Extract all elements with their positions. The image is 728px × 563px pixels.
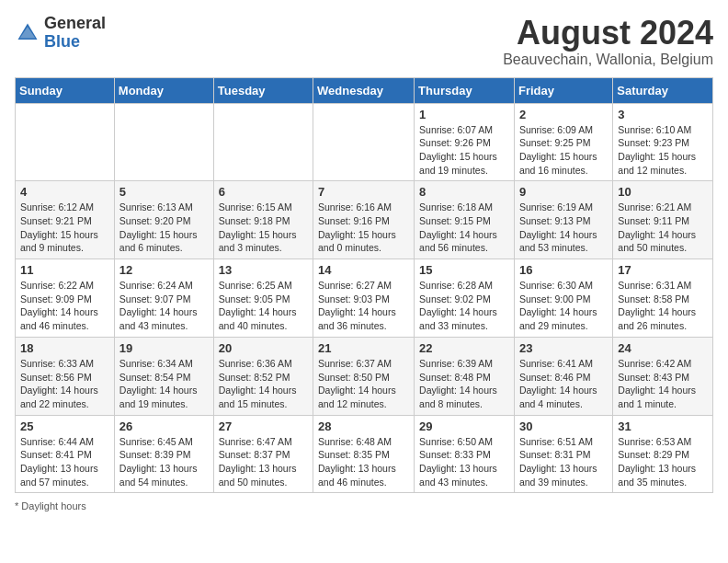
- calendar-week-row: 25Sunrise: 6:44 AMSunset: 8:41 PMDayligh…: [16, 415, 713, 493]
- day-number: 31: [618, 419, 708, 433]
- calendar-cell: 31Sunrise: 6:53 AMSunset: 8:29 PMDayligh…: [613, 415, 713, 493]
- day-number: 20: [219, 341, 308, 355]
- day-number: 28: [318, 419, 409, 433]
- day-info: Sunrise: 6:45 AMSunset: 8:39 PMDaylight:…: [119, 435, 209, 489]
- calendar-week-row: 18Sunrise: 6:33 AMSunset: 8:56 PMDayligh…: [16, 337, 713, 415]
- day-info: Sunrise: 6:39 AMSunset: 8:48 PMDaylight:…: [419, 357, 509, 411]
- day-info: Sunrise: 6:28 AMSunset: 9:02 PMDaylight:…: [419, 279, 509, 333]
- day-info: Sunrise: 6:48 AMSunset: 8:35 PMDaylight:…: [318, 435, 409, 489]
- day-number: 14: [318, 263, 409, 277]
- day-info: Sunrise: 6:44 AMSunset: 8:41 PMDaylight:…: [20, 435, 109, 489]
- day-info: Sunrise: 6:15 AMSunset: 9:18 PMDaylight:…: [219, 201, 308, 255]
- day-number: 21: [318, 341, 409, 355]
- day-info: Sunrise: 6:36 AMSunset: 8:52 PMDaylight:…: [219, 357, 308, 411]
- calendar-cell: 20Sunrise: 6:36 AMSunset: 8:52 PMDayligh…: [213, 337, 313, 415]
- day-number: 26: [119, 419, 209, 433]
- day-info: Sunrise: 6:16 AMSunset: 9:16 PMDaylight:…: [318, 201, 409, 255]
- calendar-cell: 25Sunrise: 6:44 AMSunset: 8:41 PMDayligh…: [16, 415, 115, 493]
- calendar-cell: 11Sunrise: 6:22 AMSunset: 9:09 PMDayligh…: [16, 259, 115, 338]
- logo-general: General: [44, 14, 106, 32]
- day-info: Sunrise: 6:51 AMSunset: 8:31 PMDaylight:…: [519, 435, 608, 489]
- calendar: SundayMondayTuesdayWednesdayThursdayFrid…: [15, 77, 713, 494]
- day-info: Sunrise: 6:07 AMSunset: 9:26 PMDaylight:…: [419, 123, 509, 178]
- day-info: Sunrise: 6:24 AMSunset: 9:07 PMDaylight:…: [119, 279, 209, 333]
- calendar-day-header: Sunday: [16, 77, 115, 103]
- day-number: 18: [20, 341, 109, 355]
- day-info: Sunrise: 6:33 AMSunset: 8:56 PMDaylight:…: [20, 357, 109, 411]
- calendar-cell: 21Sunrise: 6:37 AMSunset: 8:50 PMDayligh…: [313, 337, 415, 415]
- day-info: Sunrise: 6:10 AMSunset: 9:23 PMDaylight:…: [618, 123, 708, 178]
- calendar-cell: 5Sunrise: 6:13 AMSunset: 9:20 PMDaylight…: [114, 181, 213, 259]
- calendar-day-header: Wednesday: [313, 77, 415, 103]
- calendar-cell: 29Sunrise: 6:50 AMSunset: 8:33 PMDayligh…: [415, 415, 515, 493]
- day-info: Sunrise: 6:53 AMSunset: 8:29 PMDaylight:…: [618, 435, 708, 489]
- day-number: 24: [618, 341, 708, 355]
- calendar-cell: 7Sunrise: 6:16 AMSunset: 9:16 PMDaylight…: [313, 181, 415, 259]
- day-info: Sunrise: 6:21 AMSunset: 9:11 PMDaylight:…: [618, 201, 708, 255]
- day-number: 29: [419, 419, 509, 433]
- day-number: 25: [20, 419, 109, 433]
- calendar-day-header: Saturday: [613, 77, 713, 103]
- day-info: Sunrise: 6:19 AMSunset: 9:13 PMDaylight:…: [519, 201, 608, 255]
- calendar-day-header: Tuesday: [213, 77, 313, 103]
- calendar-day-header: Thursday: [415, 77, 515, 103]
- day-info: Sunrise: 6:22 AMSunset: 9:09 PMDaylight:…: [20, 279, 109, 333]
- day-number: 13: [219, 263, 308, 277]
- day-number: 8: [419, 185, 509, 199]
- day-number: 12: [119, 263, 209, 277]
- calendar-cell: [114, 103, 213, 181]
- day-number: 15: [419, 263, 509, 277]
- calendar-cell: 28Sunrise: 6:48 AMSunset: 8:35 PMDayligh…: [313, 415, 415, 493]
- day-number: 4: [20, 185, 109, 199]
- calendar-cell: 12Sunrise: 6:24 AMSunset: 9:07 PMDayligh…: [114, 259, 213, 338]
- daylight-hours-label: Daylight hours: [21, 500, 85, 511]
- day-info: Sunrise: 6:12 AMSunset: 9:21 PMDaylight:…: [20, 201, 109, 255]
- day-info: Sunrise: 6:27 AMSunset: 9:03 PMDaylight:…: [318, 279, 409, 333]
- day-number: 11: [20, 263, 109, 277]
- day-info: Sunrise: 6:34 AMSunset: 8:54 PMDaylight:…: [119, 357, 209, 411]
- calendar-cell: 9Sunrise: 6:19 AMSunset: 9:13 PMDaylight…: [514, 181, 612, 259]
- day-info: Sunrise: 6:37 AMSunset: 8:50 PMDaylight:…: [318, 357, 409, 411]
- subtitle: Beauvechain, Wallonia, Belgium: [503, 52, 713, 68]
- day-info: Sunrise: 6:30 AMSunset: 9:00 PMDaylight:…: [519, 279, 608, 333]
- footer-note: * Daylight hours: [15, 500, 713, 511]
- header: General Blue August 2024 Beauvechain, Wa…: [15, 15, 713, 68]
- calendar-cell: 24Sunrise: 6:42 AMSunset: 8:43 PMDayligh…: [613, 337, 713, 415]
- day-info: Sunrise: 6:25 AMSunset: 9:05 PMDaylight:…: [219, 279, 308, 333]
- day-info: Sunrise: 6:31 AMSunset: 8:58 PMDaylight:…: [618, 279, 708, 333]
- calendar-cell: 4Sunrise: 6:12 AMSunset: 9:21 PMDaylight…: [16, 181, 115, 259]
- calendar-cell: 2Sunrise: 6:09 AMSunset: 9:25 PMDaylight…: [514, 103, 612, 181]
- calendar-cell: 6Sunrise: 6:15 AMSunset: 9:18 PMDaylight…: [213, 181, 313, 259]
- calendar-cell: 1Sunrise: 6:07 AMSunset: 9:26 PMDaylight…: [415, 103, 515, 181]
- day-info: Sunrise: 6:42 AMSunset: 8:43 PMDaylight:…: [618, 357, 708, 411]
- calendar-cell: 15Sunrise: 6:28 AMSunset: 9:02 PMDayligh…: [415, 259, 515, 338]
- calendar-cell: 18Sunrise: 6:33 AMSunset: 8:56 PMDayligh…: [16, 337, 115, 415]
- day-info: Sunrise: 6:13 AMSunset: 9:20 PMDaylight:…: [119, 201, 209, 255]
- calendar-cell: 22Sunrise: 6:39 AMSunset: 8:48 PMDayligh…: [415, 337, 515, 415]
- calendar-cell: 19Sunrise: 6:34 AMSunset: 8:54 PMDayligh…: [114, 337, 213, 415]
- calendar-cell: [313, 103, 415, 181]
- day-number: 10: [618, 185, 708, 199]
- calendar-cell: 3Sunrise: 6:10 AMSunset: 9:23 PMDaylight…: [613, 103, 713, 181]
- logo: General Blue: [15, 15, 106, 52]
- day-number: 2: [519, 108, 608, 121]
- logo-text: General Blue: [44, 15, 106, 52]
- calendar-cell: [16, 103, 115, 181]
- main-title: August 2024: [503, 15, 713, 52]
- calendar-cell: 26Sunrise: 6:45 AMSunset: 8:39 PMDayligh…: [114, 415, 213, 493]
- day-number: 7: [318, 185, 409, 199]
- day-number: 3: [618, 108, 708, 121]
- day-number: 6: [219, 185, 308, 199]
- calendar-cell: 23Sunrise: 6:41 AMSunset: 8:46 PMDayligh…: [514, 337, 612, 415]
- day-number: 17: [618, 263, 708, 277]
- day-number: 16: [519, 263, 608, 277]
- calendar-cell: 14Sunrise: 6:27 AMSunset: 9:03 PMDayligh…: [313, 259, 415, 338]
- logo-blue: Blue: [44, 32, 80, 51]
- day-number: 5: [119, 185, 209, 199]
- calendar-cell: 27Sunrise: 6:47 AMSunset: 8:37 PMDayligh…: [213, 415, 313, 493]
- day-info: Sunrise: 6:41 AMSunset: 8:46 PMDaylight:…: [519, 357, 608, 411]
- calendar-cell: [213, 103, 313, 181]
- logo-icon: [15, 20, 40, 46]
- day-number: 22: [419, 341, 509, 355]
- calendar-week-row: 11Sunrise: 6:22 AMSunset: 9:09 PMDayligh…: [16, 259, 713, 338]
